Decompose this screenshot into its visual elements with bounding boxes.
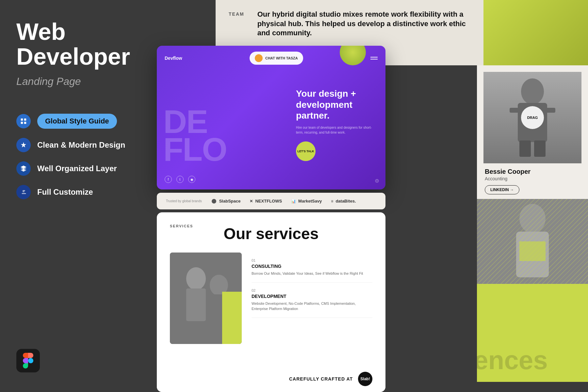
svg-point-4 bbox=[521, 78, 544, 105]
team-label: TEAM bbox=[229, 10, 244, 17]
features-list: Global Style Guide Clean & Modern Design… bbox=[16, 114, 140, 199]
team-description: Our hybrid digital studio mixes remote w… bbox=[257, 10, 470, 38]
brand-logos: SlabSpace ✕ NEXTFLOWS 📊 MarketSavy ≡ dat… bbox=[212, 199, 376, 204]
mockup-area: TEAM Our hybrid digital studio mixes rem… bbox=[157, 0, 477, 392]
brand-marketsavy: 📊 MarketSavy bbox=[291, 199, 322, 204]
svg-point-15 bbox=[186, 267, 206, 290]
brand-databites: ≡ dataBites. bbox=[331, 199, 356, 204]
service-item-consulting: 01 CONSULTING Borrow Our Minds, Validate… bbox=[252, 253, 372, 283]
crop-icon bbox=[16, 185, 31, 199]
person-name: Bessie Cooper bbox=[485, 168, 580, 175]
brands-bar: Trusted by global brands SlabSpace ✕ NEX… bbox=[157, 193, 385, 209]
right-area: DRAG Bessie Cooper Accounting LINKEDIN → bbox=[157, 0, 588, 392]
hero-mockup: Devflow CHAT WITH TASZA DE FLO Your desi… bbox=[157, 46, 385, 189]
service-desc-2: Website Development, No-Code Platforms, … bbox=[252, 301, 372, 312]
person-photo-bessie: DRAG bbox=[483, 72, 581, 163]
subtitle: Landing Page bbox=[16, 75, 140, 88]
service-num-1: 01 bbox=[252, 258, 372, 262]
feature-item-global-style[interactable]: Global Style Guide bbox=[16, 114, 140, 129]
feature-text-global-style: Global Style Guide bbox=[45, 117, 109, 125]
hero-logo: Devflow bbox=[165, 56, 182, 61]
feature-text-well-organized: Well Organized Layer bbox=[37, 164, 117, 173]
brand-name-slabspace: SlabSpace bbox=[219, 199, 241, 204]
linkedin-label: LINKEDIN → bbox=[490, 188, 514, 192]
drag-label: DRAG bbox=[527, 116, 538, 120]
drag-circle[interactable]: DRAG bbox=[521, 106, 544, 129]
layers-icon bbox=[16, 161, 31, 176]
service-desc-1: Borrow Our Minds, Validate Your Ideas, S… bbox=[252, 271, 372, 276]
slab-logo-text: Slab! bbox=[360, 377, 370, 381]
brand-name-nextflows: NEXTFLOWS bbox=[255, 199, 282, 204]
svg-rect-9 bbox=[534, 140, 546, 157]
svg-rect-1 bbox=[24, 119, 26, 121]
brand-slabspace: SlabSpace bbox=[212, 199, 241, 204]
feature-item-clean-modern[interactable]: Clean & Modern Design bbox=[16, 138, 140, 152]
feature-item-well-organized[interactable]: Well Organized Layer bbox=[16, 161, 140, 176]
hero-sub-text: Hire our team of developers and designer… bbox=[296, 125, 378, 135]
svg-rect-7 bbox=[546, 108, 555, 113]
left-panel: Web Developer Landing Page Global Style … bbox=[0, 0, 157, 392]
sparkle-icon bbox=[16, 138, 31, 152]
person-role: Accounting bbox=[485, 176, 580, 181]
svg-rect-16 bbox=[186, 288, 206, 321]
crafted-text: CAREFULLY CRAFTED AT bbox=[289, 376, 353, 382]
people-top-area bbox=[477, 0, 588, 65]
svg-rect-3 bbox=[24, 122, 26, 124]
cta-label: LET'S TALK bbox=[298, 150, 314, 153]
people-bottom-section: ences bbox=[477, 284, 588, 382]
yellow-grid-overlay bbox=[477, 199, 588, 284]
hero-text-line2: FLO bbox=[163, 136, 227, 163]
feature-text-full-customize: Full Customize bbox=[37, 188, 93, 197]
people-panel: DRAG Bessie Cooper Accounting LINKEDIN → bbox=[477, 0, 588, 392]
title-line1: Web bbox=[16, 19, 66, 45]
wave-icon: ⌾ bbox=[375, 177, 379, 184]
services-content: 01 CONSULTING Borrow Our Minds, Validate… bbox=[170, 253, 372, 344]
main-title: Web Developer bbox=[16, 20, 140, 69]
service-item-development: 02 DEVELOPMENT Website Development, No-C… bbox=[252, 283, 372, 318]
service-name-2: DEVELOPMENT bbox=[252, 294, 372, 299]
chat-label: CHAT WITH TASZA bbox=[265, 56, 298, 60]
grid-icon bbox=[16, 114, 31, 128]
services-image-overlay bbox=[222, 292, 242, 344]
svg-rect-0 bbox=[21, 119, 23, 121]
brand-name-marketsavy: MarketSavy bbox=[298, 199, 322, 204]
crafted-bar: CAREFULLY CRAFTED AT Slab! bbox=[157, 366, 385, 392]
lets-talk-button[interactable]: LET'S TALK bbox=[296, 141, 316, 161]
feature-label-global-style: Global Style Guide bbox=[37, 114, 117, 129]
hero-headline-text: Your design + development partner. bbox=[296, 88, 378, 121]
svg-rect-2 bbox=[21, 122, 23, 124]
svg-rect-8 bbox=[519, 140, 531, 157]
svg-rect-6 bbox=[510, 108, 519, 113]
services-list: 01 CONSULTING Borrow Our Minds, Validate… bbox=[252, 253, 372, 344]
hero-social: f t ◉ bbox=[165, 176, 195, 183]
feature-text-clean-modern: Clean & Modern Design bbox=[37, 140, 125, 150]
avatar bbox=[255, 54, 263, 62]
services-section: SERVICES Our services bbox=[157, 212, 385, 392]
service-num-2: 02 bbox=[252, 288, 372, 292]
person-photo-2 bbox=[477, 199, 588, 284]
facebook-icon[interactable]: f bbox=[165, 176, 172, 183]
brand-name-databites: dataBites. bbox=[335, 199, 356, 204]
services-image bbox=[170, 253, 242, 344]
title-line2: Developer bbox=[16, 43, 130, 70]
person-card-1: DRAG Bessie Cooper Accounting LINKEDIN → bbox=[477, 65, 588, 199]
hamburger-menu[interactable] bbox=[370, 57, 378, 59]
chat-button[interactable]: CHAT WITH TASZA bbox=[250, 52, 303, 65]
instagram-icon[interactable]: ◉ bbox=[188, 176, 195, 183]
services-title: Our services bbox=[170, 225, 372, 243]
twitter-icon[interactable]: t bbox=[176, 176, 184, 183]
feature-item-full-customize[interactable]: Full Customize bbox=[16, 185, 140, 199]
slab-logo: Slab! bbox=[358, 372, 372, 386]
brands-label: Trusted by global brands bbox=[166, 199, 202, 203]
ences-text: ences bbox=[477, 345, 548, 375]
hero-big-text: DE FLO bbox=[163, 108, 227, 163]
brand-nextflows: ✕ NEXTFLOWS bbox=[250, 199, 282, 204]
figma-icon bbox=[16, 349, 40, 372]
service-name-1: CONSULTING bbox=[252, 264, 372, 269]
linkedin-button[interactable]: LINKEDIN → bbox=[485, 185, 519, 194]
hero-headline: Your design + development partner. Hire … bbox=[296, 88, 378, 161]
